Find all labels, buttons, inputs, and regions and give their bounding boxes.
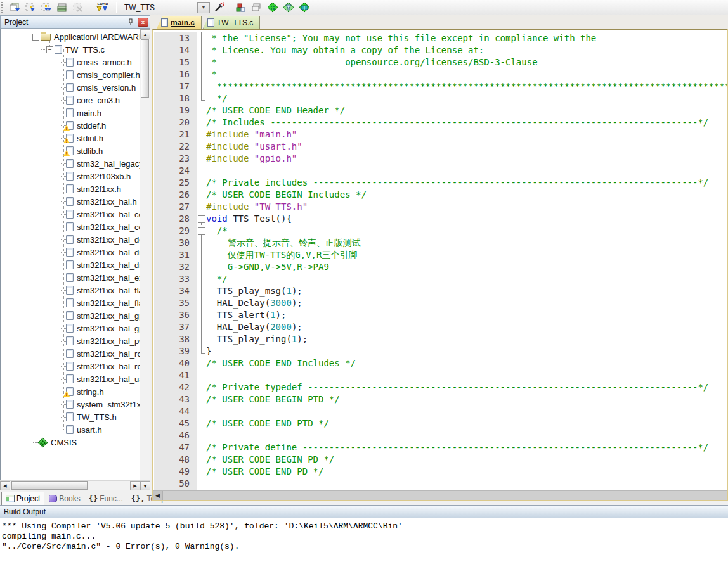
line-number[interactable]: 47 — [154, 442, 197, 454]
code-text[interactable]: G->GND,V->5V,R->PA9 — [206, 261, 727, 273]
line-number[interactable]: 25 — [154, 177, 197, 189]
code-text[interactable]: /* Private define ----------------------… — [206, 442, 727, 454]
code-text[interactable]: /* Includes ----------------------------… — [206, 117, 727, 129]
code-text[interactable]: /* USER CODE END Header */ — [206, 105, 727, 117]
line-number[interactable]: 23 — [154, 153, 197, 165]
code-text[interactable]: */ — [206, 93, 727, 105]
batch-build-icon[interactable] — [55, 1, 69, 14]
scroll-down-icon[interactable]: ▼ — [140, 481, 150, 491]
code-text[interactable] — [206, 165, 727, 177]
target-options-icon[interactable] — [212, 1, 226, 14]
code-text[interactable]: #include "gpio.h" — [206, 153, 727, 165]
line-number[interactable]: 14 — [154, 44, 197, 56]
line-number[interactable]: 28 — [154, 213, 197, 225]
line-number[interactable]: 44 — [154, 406, 197, 418]
tree-item-stm32f103xb.h[interactable]: stm32f103xb.h — [1, 170, 140, 182]
tree-item-stm32f1xx_hal_gp[interactable]: stm32f1xx_hal_gp — [1, 309, 140, 322]
tree-horizontal-scrollbar[interactable]: ◀ ▶ ▼ — [0, 480, 150, 490]
tree-vertical-scrollbar[interactable]: ▲ — [140, 29, 150, 480]
tree-hscroll-thumb[interactable] — [11, 481, 88, 490]
tree-item-stdint.h[interactable]: stdint.h — [1, 132, 140, 144]
line-number[interactable]: 41 — [154, 369, 197, 381]
code-text[interactable]: 仅使用TW-TTS的G,V,R三个引脚 — [206, 249, 727, 261]
code-text[interactable]: /* Private includes --------------------… — [206, 177, 727, 189]
line-number[interactable]: 24 — [154, 165, 197, 177]
code-text[interactable] — [206, 478, 727, 490]
tree-item-string.h[interactable]: string.h — [1, 385, 140, 398]
code-text[interactable]: /* — [206, 225, 727, 237]
target-dropdown-icon[interactable]: ▼ — [197, 2, 210, 13]
code-editor[interactable]: 13 * the "License"; You may not use this… — [153, 30, 727, 490]
tree-item-Application/HARDWARE[interactable]: −Application/HARDWARE — [1, 30, 140, 43]
tree-item-core_cm3.h[interactable]: core_cm3.h — [1, 94, 140, 106]
code-text[interactable]: * License. You may obtain a copy of the … — [206, 44, 727, 56]
tree-item-stddef.h[interactable]: stddef.h — [1, 119, 140, 132]
rebuild-icon[interactable] — [39, 1, 53, 14]
line-number[interactable]: 17 — [154, 80, 197, 93]
manage-books-icon[interactable] — [297, 1, 311, 14]
line-number[interactable]: 43 — [154, 393, 197, 406]
panel-tab-project[interactable]: Project — [1, 492, 44, 505]
tree-vscroll-thumb[interactable] — [141, 39, 149, 98]
code-text[interactable]: #include "usart.h" — [206, 141, 727, 153]
tree-item-CMSIS[interactable]: CMSIS — [1, 436, 140, 449]
code-text[interactable]: #include "TW_TTS.h" — [206, 201, 727, 213]
tree-item-stm32f1xx.h[interactable]: stm32f1xx.h — [1, 182, 140, 195]
line-number[interactable]: 37 — [154, 321, 197, 333]
tree-item-cmsis_version.h[interactable]: cmsis_version.h — [1, 81, 140, 94]
line-number[interactable]: 20 — [154, 117, 197, 129]
code-text[interactable] — [206, 430, 727, 442]
toolbar-grip[interactable] — [1, 2, 4, 13]
tree-item-stm32f1xx_hal_pw[interactable]: stm32f1xx_hal_pw — [1, 335, 140, 347]
line-number[interactable]: 15 — [154, 56, 197, 68]
tree-item-stm32f1xx_hal_fla[interactable]: stm32f1xx_hal_fla — [1, 297, 140, 309]
select-packs-icon[interactable] — [282, 1, 296, 14]
tree-item-stm32f1xx_hal_ua[interactable]: stm32f1xx_hal_ua — [1, 373, 140, 385]
line-number[interactable]: 30 — [154, 237, 197, 249]
line-number[interactable]: 36 — [154, 309, 197, 321]
fold-collapse-icon[interactable] — [197, 213, 206, 225]
code-text[interactable]: 警示音、提示音、铃声、正版测试 — [206, 237, 727, 249]
code-text[interactable]: /* USER CODE BEGIN PTD */ — [206, 393, 727, 406]
target-select[interactable]: TW_TTS — [120, 3, 195, 12]
tree-item-cmsis_armcc.h[interactable]: cmsis_armcc.h — [1, 56, 140, 68]
line-number[interactable]: 35 — [154, 297, 197, 309]
line-number[interactable]: 18 — [154, 93, 197, 105]
panel-tab-books[interactable]: Books — [45, 492, 84, 505]
stop-build-icon[interactable] — [71, 1, 85, 14]
code-text[interactable] — [206, 406, 727, 418]
line-number[interactable]: 29 — [154, 225, 197, 237]
tree-item-stm32f1xx_hal.h[interactable]: stm32f1xx_hal.h — [1, 195, 140, 208]
code-text[interactable]: TTS_play_msg(1); — [206, 285, 727, 297]
code-text[interactable]: /* USER CODE BEGIN Includes */ — [206, 189, 727, 201]
tree-item-stm32f1xx_hal_ext[interactable]: stm32f1xx_hal_ext — [1, 271, 140, 284]
code-text[interactable]: #include "main.h" — [206, 129, 727, 141]
line-number[interactable]: 34 — [154, 285, 197, 297]
line-number[interactable]: 32 — [154, 261, 197, 273]
line-number[interactable]: 21 — [154, 129, 197, 141]
code-text[interactable]: /* Private typedef ---------------------… — [206, 381, 727, 393]
line-number[interactable]: 31 — [154, 249, 197, 261]
line-number[interactable]: 19 — [154, 105, 197, 117]
tree-item-main.h[interactable]: main.h — [1, 106, 140, 119]
tree-item-stm32f1xx_hal_gp[interactable]: stm32f1xx_hal_gp — [1, 322, 140, 335]
build-output-body[interactable]: *** Using Compiler 'V5.06 update 5 (buil… — [0, 518, 728, 562]
tree-item-stm32f1xx_hal_de[interactable]: stm32f1xx_hal_de — [1, 233, 140, 246]
code-text[interactable]: * the "License"; You may not use this fi… — [206, 32, 727, 44]
close-icon[interactable]: x — [138, 18, 148, 27]
line-number[interactable]: 22 — [154, 141, 197, 153]
line-number[interactable]: 50 — [154, 478, 197, 490]
tree-item-stdlib.h[interactable]: stdlib.h — [1, 144, 140, 157]
tree-item-stm32f1xx_hal_co[interactable]: stm32f1xx_hal_co — [1, 220, 140, 233]
line-number[interactable]: 27 — [154, 201, 197, 213]
code-text[interactable]: HAL_Delay(2000); — [206, 321, 727, 333]
code-text[interactable]: /* USER CODE END PTD */ — [206, 418, 727, 430]
pin-icon[interactable] — [126, 18, 136, 27]
tree-item-stm32f1xx_hal_rcc[interactable]: stm32f1xx_hal_rcc — [1, 360, 140, 373]
tree-item-TW_TTS.h[interactable]: TW_TTS.h — [1, 411, 140, 423]
scroll-left-icon[interactable]: ◀ — [0, 481, 10, 491]
line-number[interactable]: 33 — [154, 273, 197, 285]
tree-item-TW_TTS.c[interactable]: −TW_TTS.c — [1, 43, 140, 56]
tree-item-stm32f1xx_hal_fla[interactable]: stm32f1xx_hal_fla — [1, 284, 140, 297]
code-text[interactable]: /* USER CODE END PD */ — [206, 466, 727, 478]
